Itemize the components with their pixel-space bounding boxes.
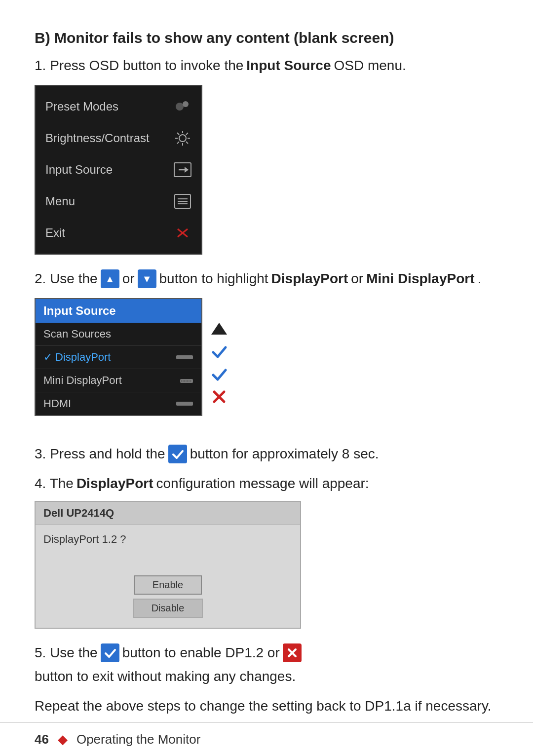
osd-icon-exit: [174, 224, 191, 242]
nav-up-btn: [208, 318, 230, 340]
dell-dialog-buttons: Enable Disable: [43, 575, 292, 618]
svg-line-10: [177, 142, 179, 144]
osd-item-brightness: Brightness/Contrast: [36, 122, 201, 154]
footer-diamond: ◆: [58, 732, 68, 747]
input-item-scan: Scan Sources: [36, 323, 201, 346]
step2-bold1: DisplayPort: [271, 268, 348, 289]
footer-label: Operating the Monitor: [76, 732, 200, 747]
footer-bar: 46 ◆ Operating the Monitor: [0, 722, 533, 756]
step5: 5. Use the button to enable DP1.2 or but…: [35, 643, 498, 687]
disable-button[interactable]: Disable: [133, 599, 203, 618]
step2-or: or: [351, 268, 363, 289]
repeat-label: Repeat the above steps to change the set…: [35, 696, 492, 717]
svg-marker-30: [211, 323, 227, 335]
step3-prefix: 3. Press and hold the: [35, 444, 165, 464]
osd-icon-menu: [174, 192, 191, 210]
minidp-label: Mini DisplayPort: [43, 374, 122, 387]
section-title: B) Monitor fails to show any content (bl…: [35, 30, 498, 46]
osd-label-input: Input Source: [45, 163, 113, 177]
osd-item-menu: Menu: [36, 186, 201, 217]
step5-suffix: button to exit without making any change…: [35, 666, 296, 687]
repeat-text: Repeat the above steps to change the set…: [35, 696, 498, 717]
down-button-icon: ▼: [138, 269, 156, 288]
step1-prefix: 1. Press OSD button to invoke the: [35, 55, 243, 76]
step2-or-text: or: [122, 268, 135, 289]
input-source-section: Input Source Scan Sources ✓ DisplayPort …: [35, 298, 498, 430]
osd-label-brightness: Brightness/Contrast: [45, 131, 150, 145]
scan-item-left: Scan Sources: [43, 328, 111, 340]
step2-middle: button to highlight: [159, 268, 268, 289]
minidp-item-left: Mini DisplayPort: [43, 374, 122, 387]
dp-item-left: ✓ DisplayPort: [43, 351, 111, 364]
osd-item-exit: Exit: [36, 217, 201, 249]
step4: 4. The DisplayPort configuration message…: [35, 473, 498, 494]
osd-menu: Preset Modes Brightness/Contrast: [35, 85, 202, 255]
hdmi-item-left: HDMI: [43, 397, 71, 410]
step5-check-icon: [101, 643, 119, 662]
scan-label: Scan Sources: [43, 328, 111, 340]
step5-prefix: 5. Use the: [35, 643, 98, 663]
step4-suffix: configuration message will appear:: [156, 473, 369, 494]
svg-point-2: [179, 135, 186, 142]
osd-icon-input: [174, 161, 191, 179]
osd-item-preset: Preset Modes: [36, 91, 201, 122]
nav-x-btn: [208, 386, 230, 408]
hdmi-connector: [176, 397, 193, 410]
input-source-menu: Input Source Scan Sources ✓ DisplayPort …: [35, 298, 202, 416]
step1-suffix: OSD menu.: [334, 55, 406, 76]
up-button-icon: ▲: [101, 269, 119, 288]
svg-line-7: [177, 133, 179, 135]
step2: 2. Use the ▲ or ▼ button to highlight Di…: [35, 268, 498, 289]
svg-rect-21: [180, 379, 193, 383]
osd-item-input: Input Source: [36, 154, 201, 186]
input-item-hdmi: HDMI: [36, 392, 201, 415]
osd-label-exit: Exit: [45, 226, 65, 240]
input-source-header: Input Source: [36, 299, 201, 323]
step1-bold: Input Source: [246, 55, 331, 76]
svg-line-8: [186, 142, 188, 144]
step3-check-icon: [168, 445, 187, 463]
dell-dialog-header: Dell UP2414Q: [36, 502, 300, 525]
step5-x-icon: [283, 643, 302, 662]
dell-title: Dell UP2414Q: [43, 507, 114, 519]
footer-page: 46: [35, 732, 49, 747]
step2-prefix: 2. Use the: [35, 268, 98, 289]
svg-point-1: [183, 101, 189, 107]
svg-rect-29: [176, 402, 193, 406]
dell-dialog: Dell UP2414Q DisplayPort 1.2 ? Enable Di…: [35, 501, 301, 629]
osd-label-preset: Preset Modes: [45, 100, 118, 113]
side-nav-buttons: [208, 318, 230, 408]
input-item-dp: ✓ DisplayPort: [36, 346, 201, 369]
step4-prefix: 4. The: [35, 473, 74, 494]
step2-end: .: [478, 268, 482, 289]
dell-dialog-body: DisplayPort 1.2 ? Enable Disable: [36, 525, 300, 628]
enable-button[interactable]: Enable: [134, 575, 202, 595]
input-item-minidp: Mini DisplayPort: [36, 369, 201, 392]
hdmi-label: HDMI: [43, 397, 71, 410]
step1: 1. Press OSD button to invoke the Input …: [35, 55, 498, 76]
osd-icon-preset: [174, 98, 191, 115]
step4-bold: DisplayPort: [76, 473, 153, 494]
dp-connector: [176, 351, 193, 364]
svg-marker-13: [185, 167, 189, 173]
svg-point-0: [176, 103, 184, 111]
svg-rect-20: [176, 355, 193, 359]
osd-label-menu: Menu: [45, 194, 75, 208]
dp-label: DisplayPort: [55, 351, 111, 364]
minidp-connector: [180, 374, 193, 387]
step3-suffix: button for approximately 8 sec.: [190, 444, 379, 464]
dp-checkmark: ✓: [43, 351, 52, 364]
dell-subtitle: DisplayPort 1.2 ?: [43, 533, 292, 546]
osd-icon-brightness: [174, 129, 191, 147]
step5-middle: button to enable DP1.2 or: [122, 643, 280, 663]
step3: 3. Press and hold the button for approxi…: [35, 444, 498, 464]
nav-check-btn2: [208, 363, 230, 385]
step2-bold2: Mini DisplayPort: [366, 268, 474, 289]
nav-check-btn1: [208, 340, 230, 362]
input-source-title: Input Source: [43, 304, 116, 317]
svg-line-9: [186, 133, 188, 135]
